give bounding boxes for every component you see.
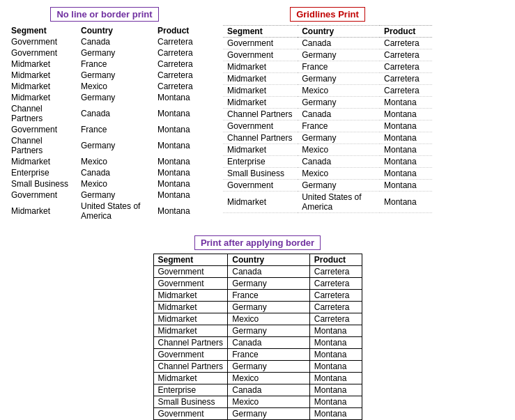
cell-country: Germany xyxy=(77,135,153,156)
header-country: Country xyxy=(77,25,153,36)
gridlines-tbody: GovernmentCanadaCarreteraGovernmentGerma… xyxy=(223,38,432,213)
cell-segment: Government xyxy=(153,266,228,278)
cell-country: Germany xyxy=(298,73,380,85)
top-row: No line or border print Segment Country … xyxy=(7,7,508,221)
table-row: Channel PartnersCanadaMontana xyxy=(7,103,202,124)
cell-product: Montana xyxy=(380,144,432,156)
table-row: Small BusinessMexicoMontana xyxy=(7,178,202,189)
cell-product: Carretera xyxy=(380,38,432,49)
cell-country: Canada xyxy=(228,266,309,278)
table-row: MidmarketMexicoMontana xyxy=(7,156,202,167)
table-row: MidmarketGermanyCarretera xyxy=(7,70,202,81)
no-border-tbody: GovernmentCanadaCarreteraGovernmentGerma… xyxy=(7,36,202,221)
cell-country: France xyxy=(298,61,380,73)
table-row: Small BusinessMexicoMontana xyxy=(153,396,362,408)
cell-country: France xyxy=(228,349,309,361)
cell-country: Germany xyxy=(298,180,380,192)
cell-segment: Midmarket xyxy=(7,81,77,92)
cell-country: Canada xyxy=(298,38,380,49)
table-row: MidmarketFranceCarretera xyxy=(7,59,202,70)
table-row: MidmarketGermanyMontana xyxy=(223,97,432,109)
table-row: EnterpriseCanadaMontana xyxy=(223,156,432,168)
header-segment: Segment xyxy=(153,254,228,266)
cell-product: Montana xyxy=(380,192,432,213)
cell-product: Carretera xyxy=(309,266,362,278)
cell-segment: Midmarket xyxy=(7,156,77,167)
cell-segment: Government xyxy=(7,124,77,135)
cell-product: Montana xyxy=(380,120,432,132)
table-row: GovernmentFranceMontana xyxy=(153,349,362,361)
table-row: GovernmentGermanyMontana xyxy=(223,180,432,192)
cell-segment: Small Business xyxy=(7,178,77,189)
cell-country: Canada xyxy=(228,384,309,396)
cell-country: Canada xyxy=(77,167,153,178)
table-row: GovernmentFranceMontana xyxy=(223,120,432,132)
cell-country: France xyxy=(228,290,309,302)
cell-product: Carretera xyxy=(153,59,202,70)
cell-country: France xyxy=(77,124,153,135)
cell-product: Carretera xyxy=(380,61,432,73)
cell-segment: Midmarket xyxy=(7,92,77,103)
cell-product: Carretera xyxy=(153,70,202,81)
cell-country: Germany xyxy=(77,189,153,201)
cell-segment: Government xyxy=(223,120,298,132)
table-row: MidmarketMexicoMontana xyxy=(153,373,362,384)
table-row: MidmarketFranceCarretera xyxy=(223,61,432,73)
cell-product: Montana xyxy=(153,124,202,135)
cell-segment: Midmarket xyxy=(223,85,298,97)
cell-country: Canada xyxy=(298,109,380,120)
cell-product: Montana xyxy=(309,373,362,384)
cell-segment: Midmarket xyxy=(153,313,228,325)
header-product: Product xyxy=(153,25,202,36)
cell-product: Carretera xyxy=(380,49,432,61)
cell-product: Carretera xyxy=(153,47,202,59)
cell-country: Mexico xyxy=(77,81,153,92)
cell-country: Mexico xyxy=(228,313,309,325)
cell-country: Germany xyxy=(77,70,153,81)
cell-country: Germany xyxy=(77,92,153,103)
cell-country: Mexico xyxy=(228,396,309,408)
cell-segment: Enterprise xyxy=(7,167,77,178)
table-row: GovernmentGermanyCarretera xyxy=(153,278,362,290)
cell-product: Carretera xyxy=(309,290,362,302)
table-row: MidmarketMexicoCarretera xyxy=(153,313,362,325)
cell-country: Mexico xyxy=(298,144,380,156)
cell-segment: Government xyxy=(7,36,77,47)
cell-country: Canada xyxy=(298,156,380,168)
table-row: GovernmentGermanyCarretera xyxy=(7,47,202,59)
cell-segment: Government xyxy=(7,189,77,201)
cell-country: Germany xyxy=(77,47,153,59)
cell-segment: Government xyxy=(7,47,77,59)
gridlines-section: Gridlines Print Segment Country Product … xyxy=(223,7,432,213)
cell-country: Germany xyxy=(228,325,309,337)
cell-product: Montana xyxy=(309,384,362,396)
cell-product: Carretera xyxy=(153,81,202,92)
table-row: MidmarketMexicoCarretera xyxy=(7,81,202,92)
header-segment: Segment xyxy=(7,25,77,36)
table-row: Channel PartnersGermanyMontana xyxy=(153,361,362,373)
cell-country: Germany xyxy=(228,278,309,290)
cell-segment: Midmarket xyxy=(7,70,77,81)
cell-product: Montana xyxy=(153,135,202,156)
cell-product: Montana xyxy=(380,109,432,120)
cell-segment: Enterprise xyxy=(223,156,298,168)
table-row: GovernmentGermanyMontana xyxy=(7,189,202,201)
header-country: Country xyxy=(228,254,309,266)
table-row: GovernmentFranceMontana xyxy=(7,124,202,135)
cell-country: United States of America xyxy=(298,192,380,213)
table-header-row: Segment Country Product xyxy=(7,25,202,36)
cell-country: Mexico xyxy=(298,168,380,180)
table-row: MidmarketGermanyMontana xyxy=(7,92,202,103)
cell-segment: Midmarket xyxy=(223,192,298,213)
cell-product: Montana xyxy=(309,349,362,361)
border-section: Print after applying border Segment Coun… xyxy=(153,235,362,420)
cell-product: Montana xyxy=(309,361,362,373)
table-row: MidmarketGermanyCarretera xyxy=(223,73,432,85)
cell-product: Montana xyxy=(309,325,362,337)
header-country: Country xyxy=(298,26,380,38)
header-segment: Segment xyxy=(223,26,298,38)
table-row: EnterpriseCanadaMontana xyxy=(7,167,202,178)
cell-product: Carretera xyxy=(380,85,432,97)
cell-segment: Midmarket xyxy=(223,61,298,73)
cell-product: Montana xyxy=(380,132,432,144)
